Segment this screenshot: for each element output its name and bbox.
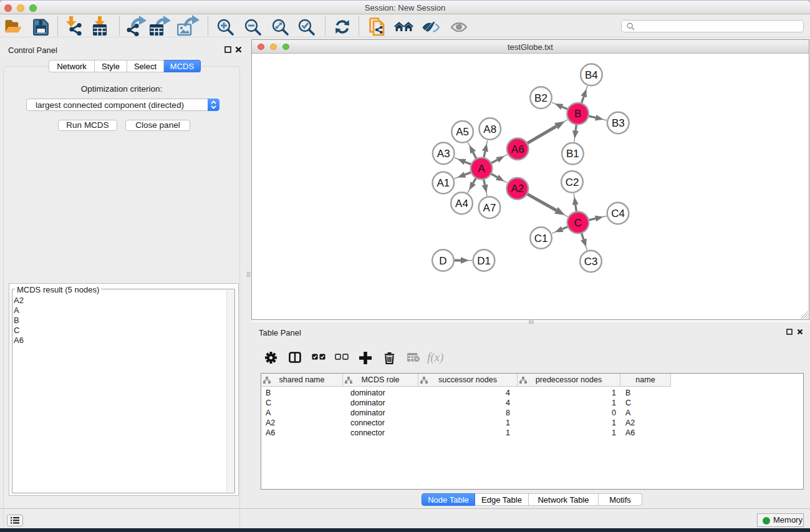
svg-text:C1: C1 xyxy=(534,233,548,244)
svg-text:A3: A3 xyxy=(437,148,450,160)
svg-text:A: A xyxy=(478,163,485,175)
svg-text:D: D xyxy=(439,255,446,267)
svg-text:A7: A7 xyxy=(483,202,496,214)
svg-text:B: B xyxy=(574,108,581,120)
svg-text:C2: C2 xyxy=(566,177,579,188)
svg-text:A8: A8 xyxy=(483,123,496,135)
svg-text:B3: B3 xyxy=(612,117,625,129)
svg-text:A4: A4 xyxy=(455,198,468,210)
svg-text:A5: A5 xyxy=(456,126,469,138)
svg-text:A6: A6 xyxy=(511,143,524,155)
svg-text:B4: B4 xyxy=(585,69,598,81)
svg-text:A2: A2 xyxy=(511,183,524,195)
svg-text:A1: A1 xyxy=(436,177,450,189)
svg-text:C: C xyxy=(574,217,582,229)
svg-text:D1: D1 xyxy=(477,255,491,267)
svg-text:B1: B1 xyxy=(566,148,579,160)
svg-text:C3: C3 xyxy=(584,256,598,268)
svg-text:B2: B2 xyxy=(534,92,547,104)
svg-text:C4: C4 xyxy=(611,208,625,220)
